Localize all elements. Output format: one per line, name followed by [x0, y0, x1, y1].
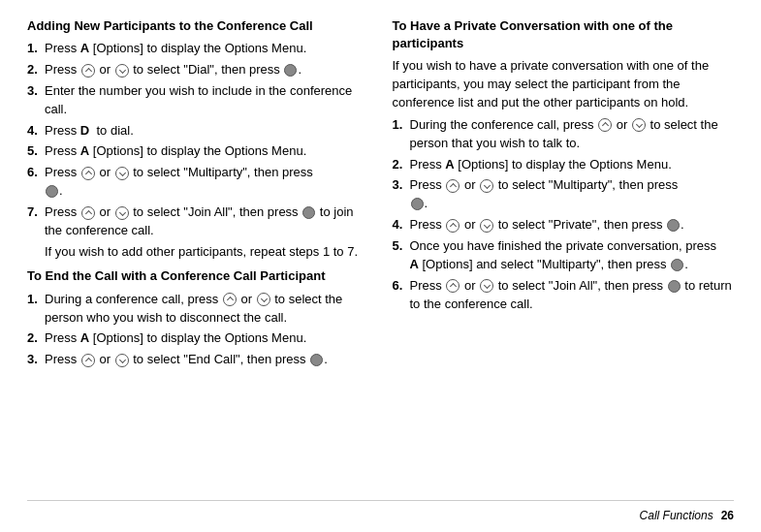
list-item: 4. Press or to select "Private", then pr… — [393, 216, 735, 235]
list-item: 2. Press or to select "Dial", then press… — [27, 61, 369, 79]
step-num: 2. — [27, 329, 45, 348]
list-item: 2. Press A [Options] to display the Opti… — [27, 329, 369, 348]
list-item: 5. Once you have finished the private co… — [393, 237, 735, 274]
step-text: If you wish to add other participants, r… — [45, 243, 369, 262]
step-text: Press or to select "Multiparty", then pr… — [410, 176, 735, 213]
ok-icon — [668, 280, 681, 293]
end-call-heading: To End the Call with a Conference Call P… — [27, 267, 369, 285]
list-item: 7. Press or to select "Join All", then p… — [27, 203, 369, 240]
footer-right: Call Functions 26 — [640, 509, 734, 522]
step-text: Press or to select "Private", then press… — [410, 216, 735, 235]
down-nav-icon — [115, 206, 129, 220]
footer-section-label: Call Functions — [640, 509, 713, 522]
step-text: Press or to select "Dial", then press . — [45, 61, 369, 79]
left-heading: Adding New Participants to the Conferenc… — [27, 17, 369, 35]
up-nav-icon — [446, 279, 460, 293]
step-text: During a conference call, press or to se… — [45, 291, 369, 328]
private-heading: To Have a Private Conversation with one … — [393, 17, 735, 52]
step-text: Press D to dial. — [45, 122, 369, 141]
ok-icon — [46, 185, 58, 198]
list-item: 1. Press A [Options] to display the Opti… — [27, 40, 369, 58]
ok-icon — [310, 354, 323, 366]
step-text: Press A [Options] to display the Options… — [45, 40, 369, 58]
list-item: 5. Press A [Options] to display the Opti… — [27, 142, 369, 161]
list-item: 6. Press or to select "Join All", then p… — [393, 277, 735, 314]
step-num: 5. — [393, 237, 410, 256]
list-item: 3. Press or to select "End Call", then p… — [27, 351, 369, 369]
list-item: 4. Press D to dial. — [27, 122, 369, 141]
adding-steps-list: 1. Press A [Options] to display the Opti… — [27, 40, 369, 261]
down-nav-icon — [115, 64, 129, 78]
list-item: 3. Press or to select "Multiparty", then… — [393, 176, 735, 213]
list-item: 3. Enter the number you wish to include … — [27, 82, 369, 119]
step-num: 1. — [27, 40, 45, 58]
step-num: 4. — [27, 122, 45, 141]
step-num: 3. — [27, 351, 45, 369]
step-text: Press or to select "Join All", then pres… — [410, 277, 735, 314]
step-num: 5. — [27, 142, 45, 161]
page-footer: Call Functions 26 — [27, 500, 734, 522]
list-item: If you wish to add other participants, r… — [27, 243, 369, 262]
left-column: Adding New Participants to the Conferenc… — [27, 17, 369, 500]
up-nav-icon — [446, 179, 460, 193]
step-text: Once you have finished the private conve… — [410, 237, 735, 274]
step-num: 6. — [27, 164, 45, 182]
ok-icon — [284, 64, 297, 77]
up-nav-icon — [81, 206, 95, 220]
list-item: 2. Press A [Options] to display the Opti… — [393, 156, 735, 174]
step-num: 1. — [393, 116, 410, 135]
step-num: 2. — [27, 61, 45, 79]
step-num: 6. — [393, 277, 410, 296]
step-num: 2. — [393, 156, 410, 174]
step-text: Press or to select "Join All", then pres… — [45, 203, 369, 240]
two-column-layout: Adding New Participants to the Conferenc… — [27, 17, 734, 500]
ok-icon — [671, 259, 683, 271]
private-steps-list: 1. During the conference call, press or … — [393, 116, 735, 313]
step-num: 3. — [393, 176, 410, 195]
page: Adding New Participants to the Conferenc… — [0, 0, 761, 532]
right-column: To Have a Private Conversation with one … — [393, 17, 735, 500]
down-nav-icon — [480, 279, 493, 293]
down-nav-icon — [632, 118, 646, 132]
ok-icon — [667, 219, 680, 232]
up-nav-icon — [446, 219, 460, 233]
ok-icon — [302, 206, 315, 219]
step-text: Enter the number you wish to include in … — [45, 82, 369, 119]
down-nav-icon — [480, 219, 493, 233]
step-text: Press A [Options] to display the Options… — [45, 329, 369, 348]
down-nav-icon — [115, 354, 129, 367]
down-nav-icon — [257, 293, 270, 306]
list-item: 1. During the conference call, press or … — [393, 116, 735, 153]
step-num: 1. — [27, 291, 45, 309]
list-item: 6. Press or to select "Multiparty", then… — [27, 164, 369, 201]
step-text: Press A [Options] to display the Options… — [45, 142, 369, 161]
down-nav-icon — [480, 179, 493, 193]
step-text: Press or to select "Multiparty", then pr… — [45, 164, 369, 201]
down-nav-icon — [115, 167, 129, 180]
private-intro: If you wish to have a private conversati… — [393, 57, 735, 112]
up-nav-icon — [223, 293, 237, 306]
step-num: 4. — [393, 216, 410, 235]
step-num: 3. — [27, 82, 45, 101]
up-nav-icon — [81, 64, 95, 78]
ok-icon — [411, 198, 424, 210]
step-num: 7. — [27, 203, 45, 222]
step-text: During the conference call, press or to … — [410, 116, 735, 153]
step-text: Press A [Options] to display the Options… — [410, 156, 735, 174]
up-nav-icon — [598, 118, 612, 132]
footer-page-number: 26 — [721, 509, 734, 522]
step-text: Press or to select "End Call", then pres… — [45, 351, 369, 369]
end-call-steps-list: 1. During a conference call, press or to… — [27, 291, 369, 369]
up-nav-icon — [81, 167, 95, 180]
up-nav-icon — [81, 354, 95, 367]
list-item: 1. During a conference call, press or to… — [27, 291, 369, 328]
